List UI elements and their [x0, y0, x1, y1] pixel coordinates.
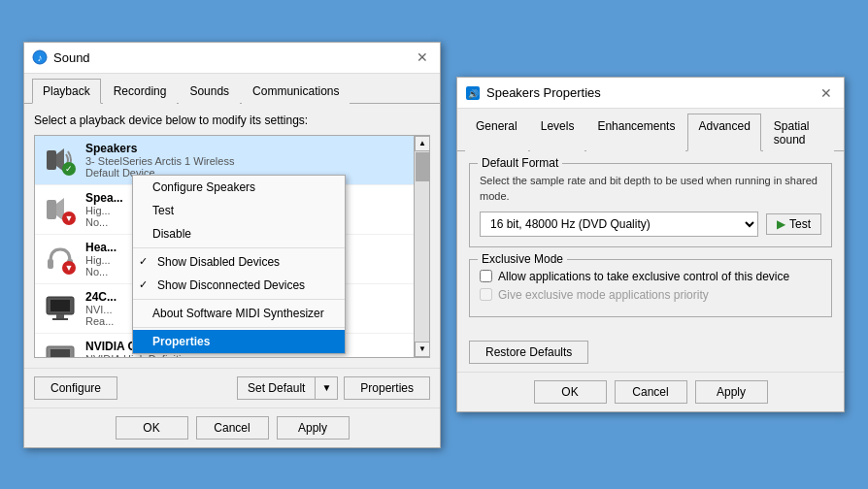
sound-title-bar: ♪ Sound ✕: [24, 43, 440, 74]
priority-label: Give exclusive mode applications priorit…: [498, 288, 709, 302]
svg-text:♪: ♪: [38, 52, 43, 63]
ctx-properties[interactable]: Properties: [133, 330, 345, 353]
sound-close-button[interactable]: ✕: [413, 48, 432, 67]
tab-enhancements[interactable]: Enhancements: [586, 114, 685, 151]
scroll-thumb[interactable]: [416, 152, 429, 181]
scroll-track: [415, 151, 429, 342]
format-select[interactable]: 16 bit, 48000 Hz (DVD Quality)24 bit, 48…: [480, 212, 758, 237]
props-window-icon: 🔊: [465, 85, 481, 101]
allow-exclusive-checkbox[interactable]: [480, 270, 492, 282]
monitor-icon: [43, 291, 78, 326]
svg-rect-9: [50, 300, 70, 311]
speakers-sub: 3- SteelSeries Arctis 1 Wireless: [85, 155, 421, 167]
exclusive-mode-section: Exclusive Mode Allow applications to tak…: [469, 259, 832, 317]
tab-sounds[interactable]: Sounds: [179, 79, 240, 104]
properties-button[interactable]: Properties: [344, 376, 430, 400]
allow-exclusive-row: Allow applications to take exclusive con…: [480, 270, 821, 283]
sound-title-left: ♪ Sound: [32, 49, 90, 65]
props-title-bar: 🔊 Speakers Properties ✕: [457, 78, 844, 109]
svg-rect-10: [56, 314, 64, 318]
svg-rect-6: [48, 259, 53, 269]
default-check-icon: ✓: [62, 162, 76, 176]
speakers-icon: ✓: [43, 143, 78, 178]
tab-general[interactable]: General: [465, 114, 528, 151]
props-content: Default Format Select the sample rate an…: [457, 151, 844, 341]
speakers-properties-window: 🔊 Speakers Properties ✕ General Levels E…: [456, 77, 845, 412]
play-icon: ▶: [777, 217, 785, 231]
restore-defaults-button[interactable]: Restore Defaults: [469, 341, 588, 364]
props-tabs: General Levels Enhancements Advanced Spa…: [457, 109, 844, 151]
scroll-down-arrow[interactable]: ▼: [415, 342, 430, 357]
sound-tabs: Playback Recording Sounds Communications: [24, 74, 440, 104]
disconnected-icon-3: ▼: [62, 261, 76, 275]
exclusive-mode-label: Exclusive Mode: [478, 252, 567, 266]
playback-panel: Select a playback device below to modify…: [24, 104, 440, 368]
ctx-show-disabled[interactable]: Show Disabled Devices: [133, 250, 345, 274]
set-default-dropdown[interactable]: ▼: [315, 376, 338, 400]
ctx-sep-3: [133, 327, 345, 328]
right-buttons: Set Default ▼ Properties: [237, 376, 430, 400]
priority-checkbox[interactable]: [480, 288, 492, 301]
svg-rect-4: [47, 200, 56, 219]
sound-cancel-button[interactable]: Cancel: [196, 416, 269, 440]
scroll-up-arrow[interactable]: ▲: [415, 136, 430, 151]
props-window-title: Speakers Properties: [486, 85, 601, 100]
svg-text:🔊: 🔊: [468, 88, 480, 100]
context-menu: Configure Speakers Test Disable Show Dis…: [132, 175, 346, 354]
default-format-desc: Select the sample rate and bit depth to …: [480, 174, 821, 204]
default-format-section: Default Format Select the sample rate an…: [469, 163, 832, 247]
panel-description: Select a playback device below to modify…: [34, 114, 430, 127]
test-button[interactable]: ▶ Test: [766, 213, 821, 235]
sound-window-icon: ♪: [32, 49, 48, 65]
ctx-disable[interactable]: Disable: [133, 222, 345, 245]
sound-apply-button[interactable]: Apply: [277, 416, 350, 440]
tab-spatial-sound[interactable]: Spatial sound: [763, 114, 834, 151]
sound-window-title: Sound: [53, 50, 90, 65]
tab-levels[interactable]: Levels: [530, 114, 585, 151]
disconnected-icon-2: ▼: [62, 212, 76, 225]
device-list[interactable]: ✓ Speakers 3- SteelSeries Arctis 1 Wirel…: [34, 135, 430, 358]
speakers-info: Speakers 3- SteelSeries Arctis 1 Wireles…: [85, 142, 421, 179]
ctx-configure[interactable]: Configure Speakers: [133, 176, 345, 199]
ctx-show-disconnected[interactable]: Show Disconnected Devices: [133, 274, 345, 297]
tab-advanced[interactable]: Advanced: [687, 114, 760, 151]
svg-rect-11: [52, 318, 68, 320]
speakers-name: Speakers: [85, 142, 421, 155]
test-label: Test: [789, 217, 811, 231]
sound-ok-button[interactable]: OK: [116, 416, 188, 440]
ctx-sep-2: [133, 299, 345, 300]
priority-row: Give exclusive mode applications priorit…: [480, 288, 821, 302]
props-close-button[interactable]: ✕: [817, 83, 836, 103]
props-cancel-button[interactable]: Cancel: [615, 380, 687, 404]
set-default-group: Set Default ▼: [237, 376, 338, 400]
nvidia-icon: ▼: [43, 341, 78, 358]
sound-bottom-buttons: Configure Set Default ▼ Properties: [24, 368, 440, 408]
default-format-label: Default Format: [478, 156, 562, 170]
props-ok-button[interactable]: OK: [534, 380, 607, 404]
device-list-scrollbar[interactable]: ▲ ▼: [414, 136, 429, 357]
set-default-button[interactable]: Set Default: [237, 376, 315, 400]
ctx-test[interactable]: Test: [133, 199, 345, 222]
headphones-icon: ▼: [43, 242, 78, 277]
props-apply-button[interactable]: Apply: [695, 380, 768, 404]
sound-dialog-buttons: OK Cancel Apply: [24, 408, 440, 447]
device-list-container: ✓ Speakers 3- SteelSeries Arctis 1 Wirel…: [34, 135, 430, 358]
tab-playback[interactable]: Playback: [32, 79, 101, 104]
format-row: 16 bit, 48000 Hz (DVD Quality)24 bit, 48…: [480, 212, 821, 237]
tab-communications[interactable]: Communications: [242, 79, 350, 104]
props-title-left: 🔊 Speakers Properties: [465, 85, 601, 101]
svg-rect-13: [50, 349, 70, 358]
svg-rect-2: [47, 150, 56, 170]
props-dialog-buttons: OK Cancel Apply: [457, 372, 844, 411]
tab-recording[interactable]: Recording: [103, 79, 178, 104]
ctx-sep-1: [133, 247, 345, 248]
restore-row: Restore Defaults: [457, 341, 844, 372]
allow-exclusive-label: Allow applications to take exclusive con…: [498, 270, 789, 283]
sound-window: ♪ Sound ✕ Playback Recording Sounds Comm…: [23, 42, 441, 448]
ctx-about-midi[interactable]: About Software MIDI Synthesizer: [133, 302, 345, 325]
speakers2-icon: ▼: [43, 192, 78, 227]
configure-button[interactable]: Configure: [34, 376, 117, 400]
